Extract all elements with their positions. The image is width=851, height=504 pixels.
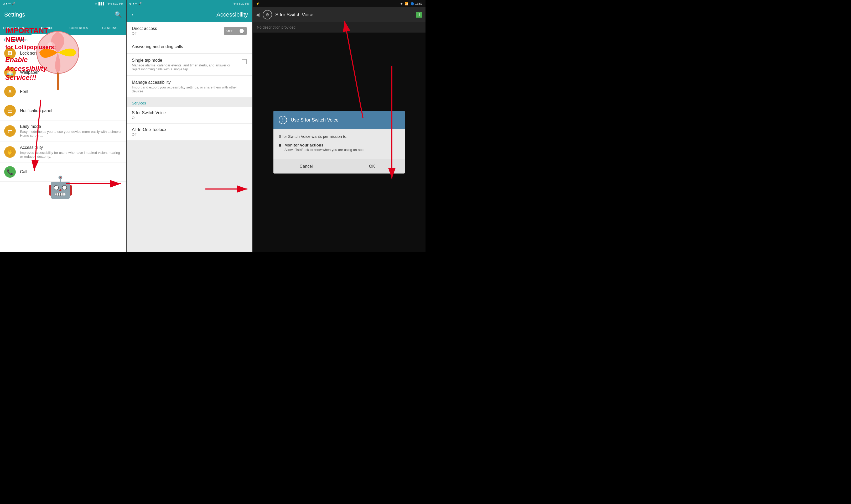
- tab-connection[interactable]: CONNECTION...: [0, 22, 32, 35]
- call-title: Call: [20, 169, 122, 174]
- toolbox-title: All-In-One Toolbox: [132, 127, 247, 132]
- gear-icon: ⚙: [266, 12, 269, 17]
- back-button[interactable]: ←: [131, 11, 137, 18]
- switch-toolbar: ◀ ⚙ S for Switch Voice I: [253, 7, 425, 22]
- status-bar-left: ⊕ ● ✏ 🎤: [3, 2, 15, 5]
- dialog-title: Use S for Switch Voice: [291, 117, 339, 123]
- single-tap-checkbox[interactable]: [242, 59, 247, 64]
- battery-level: 76% 6:32 PM: [106, 2, 123, 5]
- dialog-overlay: ! Use S for Switch Voice S for Switch Vo…: [253, 33, 425, 252]
- settings-tabs: CONNECTION... DEVICE CONTROLS GENERAL: [0, 22, 126, 35]
- permission-dialog: ! Use S for Switch Voice S for Switch Vo…: [273, 111, 405, 174]
- panel-switch-voice: ⚡ ✳ 📶 🔵 17:52 ◀ ⚙ S for Switch Voice I N…: [252, 0, 425, 252]
- easymode-icon: ⇄: [4, 125, 16, 137]
- accessibility-subtitle: Improves accessibility for users who hav…: [20, 151, 122, 159]
- switch-status-left: ⚡: [256, 2, 260, 5]
- settings-title: Settings: [4, 11, 25, 18]
- manage-acc-title: Manage accessibility: [132, 80, 247, 85]
- wallpaper-icon: 🌅: [4, 67, 16, 78]
- direct-access-sub: Off: [132, 32, 157, 35]
- accessibility-toolbar: ← Accessibility: [127, 7, 252, 22]
- switch-status-bar: ⚡ ✳ 📶 🔵 17:52: [253, 0, 425, 7]
- easymode-title: Easy mode: [20, 124, 122, 129]
- notification-icon: ☰: [4, 105, 16, 116]
- acc-status-icons: ⊕ ● ✏ 🎤: [129, 2, 142, 5]
- answering-calls-item[interactable]: Answering and ending calls: [127, 40, 252, 53]
- single-tap-title: Single tap mode: [132, 58, 238, 63]
- font-icon: A: [4, 86, 16, 97]
- no-description: No description provided: [253, 22, 425, 33]
- service-toolbox[interactable]: All-In-One Toolbox Off: [127, 124, 252, 141]
- switch-voice-title: S for Switch Voice: [132, 110, 247, 115]
- direct-access-item[interactable]: Direct access Off OFF: [127, 22, 252, 40]
- time-switch: 🔵 17:52: [410, 2, 422, 5]
- manage-acc-item[interactable]: Manage accessibility Import and export y…: [127, 76, 252, 97]
- accessibility-content: Direct access Off OFF Answering and endi…: [127, 22, 252, 252]
- warning-icon: !: [279, 116, 287, 124]
- settings-item-notification[interactable]: ☰ Notification panel: [0, 101, 126, 121]
- services-section-label: Services: [127, 98, 252, 107]
- acc-status-left: ⊕ ● ✏ 🎤: [129, 2, 142, 5]
- dialog-intro: S for Switch Voice wants permission to:: [279, 134, 400, 139]
- status-icons-left: ⊕ ● ✏ 🎤: [3, 2, 15, 5]
- lockscreen-icon: 🖼: [4, 48, 16, 59]
- panel-accessibility: ⊕ ● ✏ 🎤 76% 6:32 PM ← Accessibility Dire…: [126, 0, 252, 252]
- dialog-header: ! Use S for Switch Voice: [273, 111, 405, 129]
- direct-access-toggle[interactable]: OFF: [224, 27, 247, 35]
- single-tap-item[interactable]: Single tap mode Manage alarms, calendar …: [127, 54, 252, 75]
- cancel-button[interactable]: Cancel: [273, 159, 339, 174]
- acc-status-right: 76% 6:32 PM: [232, 2, 249, 5]
- call-icon: 📞: [4, 166, 16, 178]
- toolbox-sub: Off: [132, 132, 247, 137]
- panel-settings: ⊕ ● ✏ 🎤 ✳ ▋▋▋ 76% 6:32 PM Settings 🔍 CON…: [0, 0, 126, 252]
- dialog-body: S for Switch Voice wants permission to: …: [273, 129, 405, 159]
- settings-item-lockscreen[interactable]: 🖼 Lock screen: [0, 44, 126, 63]
- tab-general[interactable]: GENERAL: [94, 22, 126, 35]
- settings-list: Personalization 🖼 Lock screen 🌅 Wallpape…: [0, 35, 126, 252]
- search-icon[interactable]: 🔍: [115, 11, 122, 18]
- answering-title: Answering and ending calls: [132, 44, 183, 49]
- accessibility-title: Accessibility: [20, 145, 122, 150]
- permission-item: Monitor your actions Allows TalkBack to …: [279, 143, 400, 152]
- dialog-buttons: Cancel OK: [273, 159, 405, 174]
- wallpaper-title: Wallpaper: [20, 70, 122, 75]
- bluetooth-switch: ✳: [400, 2, 403, 5]
- switch-voice-sub: On: [132, 116, 247, 120]
- notification-title: Notification panel: [20, 108, 122, 113]
- wifi-switch: 📶: [405, 2, 408, 5]
- settings-item-call[interactable]: 📞 Call: [0, 162, 126, 182]
- permission-desc: Allows TalkBack to know when you are usi…: [284, 148, 364, 152]
- status-bar-accessibility: ⊕ ● ✏ 🎤 76% 6:32 PM: [127, 0, 252, 7]
- settings-item-easymode[interactable]: ⇄ Easy mode Easy mode helps you to use y…: [0, 121, 126, 142]
- accessibility-toolbar-title: Accessibility: [216, 11, 248, 18]
- status-bar-settings: ⊕ ● ✏ 🎤 ✳ ▋▋▋ 76% 6:32 PM: [0, 0, 126, 7]
- direct-access-title: Direct access: [132, 26, 157, 31]
- settings-toolbar: Settings 🔍: [0, 7, 126, 22]
- accessibility-icon: ✋: [4, 146, 16, 158]
- lockscreen-title: Lock screen: [20, 51, 122, 56]
- signal-bars: ▋▋▋: [99, 2, 105, 5]
- single-tap-sub: Manage alarms, calendar events, and time…: [132, 63, 238, 71]
- bullet-dot: [279, 144, 281, 147]
- switch-back-button[interactable]: ◀: [256, 12, 260, 18]
- settings-item-accessibility[interactable]: ✋ Accessibility Improves accessibility f…: [0, 142, 126, 162]
- switch-title: S for Switch Voice: [275, 12, 413, 18]
- section-personalization: Personalization: [0, 35, 126, 44]
- battery-indicator: I: [416, 12, 422, 18]
- service-switch-voice[interactable]: S for Switch Voice On: [127, 107, 252, 124]
- permission-title: Monitor your actions: [284, 143, 364, 147]
- easymode-subtitle: Easy mode helps you to use your device m…: [20, 130, 122, 138]
- font-title: Font: [20, 89, 122, 94]
- tab-controls[interactable]: CONTROLS: [63, 22, 94, 35]
- tab-device[interactable]: DEVICE: [32, 22, 63, 35]
- switch-app-icon: ⚙: [263, 10, 272, 19]
- manage-acc-sub: Import and export your accessibility set…: [132, 85, 247, 93]
- bluetooth-icon: ✳: [95, 2, 97, 5]
- settings-item-font[interactable]: A Font: [0, 82, 126, 101]
- status-bar-right: ✳ ▋▋▋ 76% 6:32 PM: [95, 2, 123, 5]
- settings-item-wallpaper[interactable]: 🌅 Wallpaper: [0, 63, 126, 82]
- ok-button[interactable]: OK: [339, 159, 405, 174]
